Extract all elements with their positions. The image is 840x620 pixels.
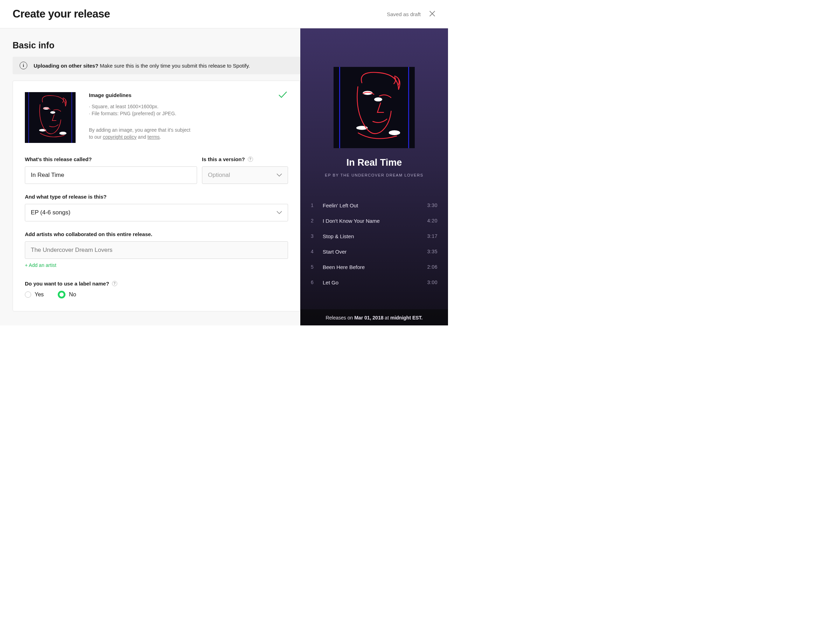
version-select[interactable]: Optional — [202, 166, 288, 184]
notice-strong: Uploading on other sites? — [34, 63, 98, 69]
track-row[interactable]: 4 Start Over 3:35 — [311, 244, 438, 259]
track-row[interactable]: 2 I Don't Know Your Name 4:20 — [311, 213, 438, 229]
help-icon[interactable]: ? — [112, 281, 117, 286]
radio-selected-icon — [58, 291, 66, 298]
version-placeholder: Optional — [208, 172, 230, 179]
notice-rest: Make sure this is the only time you subm… — [98, 63, 250, 69]
chevron-down-icon — [276, 209, 282, 216]
collaborators-input[interactable] — [25, 241, 288, 259]
guideline-1: · Square, at least 1600×1600px. — [89, 103, 194, 110]
tracklist: 1 Feelin' Left Out 3:30 2 I Don't Know Y… — [300, 197, 448, 290]
image-valid-check — [278, 91, 287, 99]
close-button[interactable] — [428, 10, 436, 18]
check-icon — [278, 91, 287, 98]
close-icon — [428, 10, 436, 18]
label-name-question: Do you want to use a label name? ? — [25, 281, 288, 286]
chevron-down-icon — [276, 172, 282, 179]
guideline-2: · File formats: PNG (preferred) or JPEG. — [89, 110, 194, 117]
release-type-label: And what type of release is this? — [25, 194, 288, 200]
terms-link[interactable]: terms — [147, 134, 160, 140]
track-row[interactable]: 3 Stop & Listen 3:17 — [311, 229, 438, 244]
copyright-policy-link[interactable]: copyright policy — [103, 134, 137, 140]
release-type-value: EP (4-6 songs) — [31, 209, 70, 216]
cover-art-thumb[interactable] — [25, 92, 76, 143]
help-icon[interactable]: ? — [248, 157, 253, 162]
release-name-label: What's this release called? — [25, 156, 197, 162]
section-heading: Basic info — [13, 40, 300, 50]
info-icon: i — [20, 62, 27, 69]
preview-byline: EP BY THE UNDERCOVER DREAM LOVERS — [325, 173, 423, 177]
release-date-bar: Releases on Mar 01, 2018 at midnight EST… — [300, 309, 448, 325]
duplicate-upload-notice: i Uploading on other sites? Make sure th… — [13, 57, 300, 74]
preview-cover-art — [333, 67, 415, 148]
version-label: Is this a version? ? — [202, 156, 288, 162]
collaborators-label: Add artists who collaborated on this ent… — [25, 231, 288, 237]
preview-title: In Real Time — [346, 157, 402, 168]
header: Create your release Saved as draft — [0, 0, 448, 29]
add-artist-link[interactable]: + Add an artist — [25, 262, 288, 268]
page-title: Create your release — [13, 8, 110, 20]
image-guidelines: Image guidelines · Square, at least 1600… — [89, 92, 194, 143]
radio-unselected-icon — [25, 292, 31, 298]
main-form: Basic info i Uploading on other sites? M… — [0, 29, 300, 325]
label-no-radio[interactable]: No — [58, 291, 76, 298]
label-yes-radio[interactable]: Yes — [25, 292, 44, 298]
release-preview: In Real Time EP BY THE UNDERCOVER DREAM … — [300, 29, 448, 325]
track-row[interactable]: 1 Feelin' Left Out 3:30 — [311, 197, 438, 213]
release-name-input[interactable] — [25, 166, 197, 184]
release-date: Mar 01, 2018 — [354, 315, 383, 321]
guidelines-heading: Image guidelines — [89, 92, 194, 98]
release-time: midnight EST. — [390, 315, 423, 321]
basic-info-card: Image guidelines · Square, at least 1600… — [13, 81, 300, 312]
release-type-select[interactable]: EP (4-6 songs) — [25, 204, 288, 221]
draft-status: Saved as draft — [387, 11, 421, 17]
track-row[interactable]: 5 Been Here Before 2:06 — [311, 259, 438, 275]
track-row[interactable]: 6 Let Go 3:00 — [311, 275, 438, 290]
